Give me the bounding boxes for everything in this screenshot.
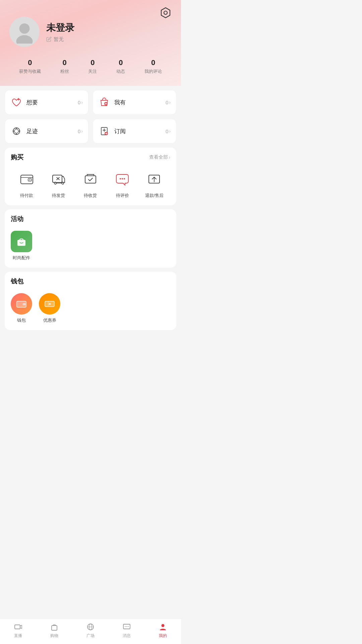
- coupon[interactable]: 券 优惠券: [39, 293, 60, 323]
- have-count: 0 ›: [166, 100, 171, 105]
- wallet-title: 钱包: [11, 277, 23, 286]
- want-count: 0 ›: [78, 100, 83, 105]
- footprint-count: 0 ›: [78, 128, 83, 134]
- svg-point-33: [122, 178, 123, 179]
- purchase-header: 购买 查看全部 ›: [11, 153, 170, 162]
- svg-rect-21: [21, 175, 33, 184]
- svg-point-12: [19, 130, 20, 132]
- view-all-purchase[interactable]: 查看全部 ›: [149, 154, 170, 160]
- activity-items-row: 时尚配件: [11, 229, 170, 262]
- wallet-items-row: 钱包 券 优惠券: [11, 292, 170, 325]
- quick-item-footprint[interactable]: 足迹 0 ›: [5, 119, 88, 144]
- wallet-main-label: 钱包: [17, 317, 26, 323]
- coupon-label: 优惠券: [43, 317, 56, 323]
- activity-section: 活动 时尚配件: [5, 209, 176, 268]
- stat-moments[interactable]: 0 动态: [116, 58, 125, 74]
- purchase-pending-review[interactable]: 待评价: [112, 169, 132, 199]
- bag-icon: [98, 96, 110, 108]
- wallet-main[interactable]: 钱包: [11, 293, 32, 323]
- subscribe-label: 订阅: [114, 127, 162, 135]
- receive-icon: [80, 169, 101, 189]
- purchase-section: 购买 查看全部 › 待付款: [5, 148, 176, 205]
- stats-row: 0 获赞与收藏 0 粉丝 0 关注 0 动态 0 我的评论: [9, 55, 172, 76]
- activity-title: 活动: [11, 215, 23, 223]
- stat-likes[interactable]: 0 获赞与收藏: [19, 58, 41, 74]
- svg-point-10: [14, 129, 18, 133]
- stat-reviews-count: 0: [151, 58, 155, 67]
- bio-text: 暂无: [54, 36, 64, 43]
- refund-label: 退款/售后: [145, 193, 164, 199]
- stat-fans-label: 粉丝: [60, 68, 69, 74]
- svg-point-1: [164, 11, 167, 14]
- delivery-icon: [49, 169, 69, 189]
- purchase-pending-ship[interactable]: 待发货: [49, 169, 69, 199]
- review-icon: [112, 169, 132, 189]
- want-label: 想要: [26, 99, 74, 106]
- wallet-main-icon: [11, 293, 32, 315]
- username: 未登录: [46, 21, 172, 34]
- purchase-pending-pay[interactable]: 待付款: [17, 169, 37, 199]
- purchase-title: 购买: [11, 153, 23, 162]
- svg-rect-25: [53, 175, 62, 182]
- svg-point-23: [29, 179, 30, 180]
- refund-icon: [144, 169, 164, 189]
- purchase-pending-receive[interactable]: 待收货: [80, 169, 101, 199]
- stat-moments-count: 0: [119, 58, 123, 67]
- svg-point-2: [19, 23, 30, 34]
- stat-fans[interactable]: 0 粉丝: [60, 58, 69, 74]
- edit-icon: [46, 37, 52, 42]
- stat-fans-count: 0: [63, 58, 67, 67]
- bookmark-plus-icon: [98, 125, 110, 137]
- fashion-label: 时尚配件: [13, 255, 30, 261]
- svg-point-11: [16, 127, 17, 129]
- subscribe-count: 0 ›: [166, 128, 171, 134]
- purchase-icons-row: 待付款 待发货: [11, 168, 170, 200]
- wallet-header: 钱包: [11, 277, 170, 286]
- svg-text:券: 券: [48, 303, 51, 305]
- wallet-section: 钱包 钱包 券: [5, 272, 176, 330]
- view-all-label: 查看全部: [149, 154, 168, 160]
- settings-icon[interactable]: [160, 7, 172, 19]
- quick-actions-section: 想要 0 › 我有 0 ›: [5, 90, 176, 144]
- profile-row[interactable]: 未登录 暂无: [9, 17, 172, 47]
- have-label: 我有: [114, 99, 162, 106]
- svg-point-13: [13, 130, 14, 132]
- footprint-label: 足迹: [26, 127, 74, 135]
- svg-rect-38: [18, 240, 25, 245]
- stat-reviews-label: 我的评论: [144, 68, 162, 74]
- pending-ship-label: 待发货: [52, 193, 65, 199]
- fashion-icon: [11, 231, 32, 252]
- pending-receive-label: 待收货: [84, 193, 97, 199]
- stat-reviews[interactable]: 0 我的评论: [144, 58, 162, 74]
- svg-point-3: [16, 35, 33, 44]
- pending-pay-label: 待付款: [20, 193, 33, 199]
- purchase-refund[interactable]: 退款/售后: [144, 169, 164, 199]
- svg-point-32: [120, 178, 121, 179]
- stat-likes-count: 0: [28, 58, 32, 67]
- svg-marker-0: [161, 8, 170, 18]
- svg-point-34: [124, 178, 125, 179]
- heart-plus-icon: [10, 96, 22, 108]
- activity-header: 活动: [11, 215, 170, 223]
- quick-item-subscribe[interactable]: 订阅 0 ›: [93, 119, 176, 144]
- pending-review-label: 待评价: [116, 193, 129, 199]
- wallet-purchase-icon: [17, 169, 37, 189]
- stat-following-label: 关注: [88, 68, 97, 74]
- avatar[interactable]: [9, 17, 40, 47]
- footprint-icon: [10, 125, 22, 137]
- svg-rect-31: [85, 176, 96, 183]
- profile-header: 未登录 暂无 0 获赞与收藏 0 粉丝 0 关注 0 动态: [0, 0, 181, 86]
- coupon-icon: 券: [39, 293, 60, 315]
- svg-point-42: [24, 304, 24, 305]
- quick-item-have[interactable]: 我有 0 ›: [93, 90, 176, 115]
- stat-following-count: 0: [90, 58, 95, 67]
- chevron-right-icon: ›: [169, 155, 170, 160]
- quick-item-want[interactable]: 想要 0 ›: [5, 90, 88, 115]
- activity-fashion[interactable]: 时尚配件: [11, 231, 32, 261]
- profile-info: 未登录 暂无: [46, 21, 172, 43]
- stat-likes-label: 获赞与收藏: [19, 68, 41, 74]
- svg-point-14: [16, 133, 17, 135]
- bio-row: 暂无: [46, 36, 172, 43]
- stat-following[interactable]: 0 关注: [88, 58, 97, 74]
- stat-moments-label: 动态: [116, 68, 125, 74]
